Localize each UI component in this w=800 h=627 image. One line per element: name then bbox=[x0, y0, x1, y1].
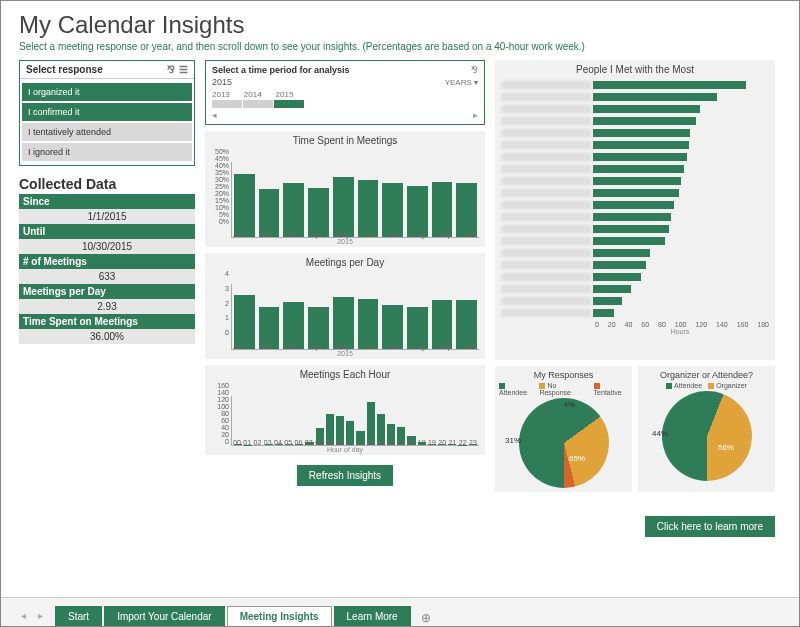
x-axis-label: Hour of day bbox=[211, 446, 479, 453]
timeline-next-icon[interactable]: ▸ bbox=[473, 110, 478, 120]
slicer-item[interactable]: I organized it bbox=[22, 83, 192, 101]
hbar-row: (name) bbox=[501, 307, 765, 319]
chart-title: Time Spent in Meetings bbox=[211, 135, 479, 146]
timeline-prev-icon[interactable]: ◂ bbox=[212, 110, 217, 120]
hbar-row: (name) bbox=[501, 127, 765, 139]
chevron-down-icon[interactable]: ▾ bbox=[474, 78, 478, 87]
x-axis-label: 2015 bbox=[211, 238, 479, 245]
hbar-row: (name) bbox=[501, 199, 765, 211]
hbar-row: (name) bbox=[501, 271, 765, 283]
timeline-slicer[interactable]: Select a time period for analysis ⅋ 2015… bbox=[205, 60, 485, 125]
response-slicer[interactable]: Select response ⅋ ☰ I organized itI conf… bbox=[19, 60, 195, 166]
timeline-segment[interactable] bbox=[274, 100, 304, 108]
hbar-row: (name) bbox=[501, 91, 765, 103]
x-axis-label: 2015 bbox=[211, 350, 479, 357]
bar bbox=[308, 188, 329, 238]
clear-filter-icon[interactable]: ⅋ bbox=[167, 64, 175, 75]
page-title: My Calendar Insights bbox=[19, 11, 781, 39]
legend-item: Tentative bbox=[594, 382, 628, 396]
hbar-row: (name) bbox=[501, 139, 765, 151]
hbar-row: (name) bbox=[501, 151, 765, 163]
bar bbox=[456, 300, 477, 349]
hbar-row: (name) bbox=[501, 283, 765, 295]
timeline-title: Select a time period for analysis bbox=[212, 65, 350, 75]
stat-value: 36.00% bbox=[19, 329, 195, 344]
stat-value: 633 bbox=[19, 269, 195, 284]
bar bbox=[234, 174, 255, 237]
timeline-year-label: 2015 bbox=[276, 90, 294, 99]
sheet-nav-next-icon[interactable]: ▸ bbox=[38, 610, 49, 627]
hbar-row: (name) bbox=[501, 187, 765, 199]
sheet-nav-prev-icon[interactable]: ◂ bbox=[21, 610, 32, 627]
sheet-tab[interactable]: Learn More bbox=[334, 606, 411, 627]
multi-select-icon[interactable]: ☰ bbox=[179, 64, 188, 75]
hbar-row: (name) bbox=[501, 175, 765, 187]
stat-label: Until bbox=[19, 224, 195, 239]
bar bbox=[283, 183, 304, 237]
bar bbox=[358, 180, 379, 237]
slicer-title: Select response bbox=[26, 64, 103, 75]
stat-label: # of Meetings bbox=[19, 254, 195, 269]
chart-meetings-per-day: Meetings per Day 43210 JanFebMarAprMayJu… bbox=[205, 253, 485, 359]
bar bbox=[432, 300, 453, 349]
bar bbox=[407, 186, 428, 237]
collected-data-panel: Collected Data Since1/1/2015Until10/30/2… bbox=[19, 176, 195, 344]
stat-value: 1/1/2015 bbox=[19, 209, 195, 224]
stat-label: Since bbox=[19, 194, 195, 209]
chart-my-responses: My Responses AttendeeNo ResponseTentativ… bbox=[495, 366, 632, 492]
add-sheet-icon[interactable]: ⊕ bbox=[413, 609, 439, 627]
hbar-row: (name) bbox=[501, 235, 765, 247]
stat-label: Time Spent on Meetings bbox=[19, 314, 195, 329]
hbar-row: (name) bbox=[501, 247, 765, 259]
hbar-row: (name) bbox=[501, 295, 765, 307]
chart-title: My Responses bbox=[499, 370, 628, 380]
chart-title: Meetings per Day bbox=[211, 257, 479, 268]
legend-item: Organizer bbox=[708, 382, 747, 389]
legend-item: No Response bbox=[539, 382, 587, 396]
sheet-tab[interactable]: Import Your Calendar bbox=[104, 606, 225, 627]
hbar-row: (name) bbox=[501, 163, 765, 175]
bar bbox=[283, 302, 304, 349]
learn-more-button[interactable]: Click here to learn more bbox=[645, 516, 775, 537]
page-subtitle: Select a meeting response or year, and t… bbox=[19, 41, 781, 52]
hbar-row: (name) bbox=[501, 223, 765, 235]
chart-time-spent: Time Spent in Meetings 50%45%40%35%30%25… bbox=[205, 131, 485, 247]
stat-label: Meetings per Day bbox=[19, 284, 195, 299]
chart-title: Organizer or Attendee? bbox=[642, 370, 771, 380]
timeline-segment[interactable] bbox=[243, 100, 273, 108]
chart-organizer-attendee: Organizer or Attendee? AttendeeOrganizer… bbox=[638, 366, 775, 492]
bar bbox=[382, 183, 403, 237]
chart-title: Meetings Each Hour bbox=[211, 369, 479, 380]
slicer-item[interactable]: I ignored it bbox=[22, 143, 192, 161]
timeline-unit[interactable]: YEARS bbox=[445, 78, 472, 87]
slicer-item[interactable]: I tentatively attended bbox=[22, 123, 192, 141]
legend-item: Attendee bbox=[666, 382, 702, 389]
collected-data-title: Collected Data bbox=[19, 176, 195, 192]
sheet-tab-bar: ◂ ▸ StartImport Your CalendarMeeting Ins… bbox=[1, 597, 799, 627]
timeline-segment[interactable] bbox=[212, 100, 242, 108]
legend-item: Attendee bbox=[499, 382, 533, 396]
x-axis-label: Hours bbox=[591, 328, 769, 335]
bar bbox=[259, 189, 280, 237]
clear-filter-icon[interactable]: ⅋ bbox=[471, 65, 478, 75]
hbar-row: (name) bbox=[501, 259, 765, 271]
bar bbox=[456, 183, 477, 237]
chart-meetings-each-hour: Meetings Each Hour 160140120100806040200… bbox=[205, 365, 485, 455]
hbar-row: (name) bbox=[501, 211, 765, 223]
slicer-item[interactable]: I confirmed it bbox=[22, 103, 192, 121]
sheet-tab[interactable]: Meeting Insights bbox=[227, 606, 332, 627]
hbar-row: (name) bbox=[501, 115, 765, 127]
timeline-year-label: 2014 bbox=[244, 90, 262, 99]
timeline-value: 2015 bbox=[212, 77, 232, 87]
bar bbox=[432, 182, 453, 238]
hbar-row: (name) bbox=[501, 103, 765, 115]
timeline-year-label: 2013 bbox=[212, 90, 230, 99]
stat-value: 10/30/2015 bbox=[19, 239, 195, 254]
bar bbox=[333, 297, 354, 349]
refresh-insights-button[interactable]: Refresh Insights bbox=[297, 465, 393, 486]
sheet-tab[interactable]: Start bbox=[55, 606, 102, 627]
chart-people-met: People I Met with the Most (name)(name)(… bbox=[495, 60, 775, 360]
hbar-row: (name) bbox=[501, 79, 765, 91]
stat-value: 2.93 bbox=[19, 299, 195, 314]
bar bbox=[333, 177, 354, 237]
